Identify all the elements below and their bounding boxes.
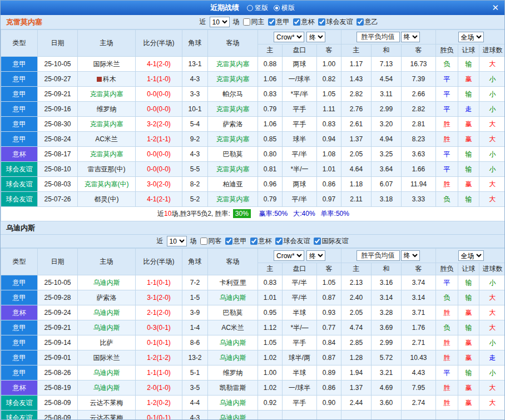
page-title: 近期战绩 bbox=[210, 3, 239, 13]
away-odds: 1.08 bbox=[317, 147, 341, 162]
corners: 4-4 bbox=[182, 396, 208, 411]
league-badge: 意甲 bbox=[1, 365, 38, 381]
handicap-result: 赢 bbox=[458, 132, 479, 147]
checkbox-input[interactable] bbox=[275, 238, 283, 245]
checkbox-label: 同客 bbox=[209, 236, 222, 246]
home-odds: 1.06 bbox=[258, 117, 283, 132]
handicap-result: 赢 bbox=[458, 177, 479, 192]
checkbox-input[interactable] bbox=[314, 238, 321, 245]
handicap-odds-controls: Crow*终 bbox=[258, 249, 341, 263]
avg-odds-label[interactable]: 胜平负均值 bbox=[357, 250, 400, 261]
team-name-text: 云达不莱梅 bbox=[90, 414, 123, 420]
filter-checkbox[interactable]: 意甲 bbox=[225, 236, 247, 246]
avg-odds-label[interactable]: 胜平负均值 bbox=[357, 32, 400, 42]
match-date: 25-08-09 bbox=[38, 396, 78, 411]
scope-select[interactable]: 全场 bbox=[458, 250, 484, 261]
filter-checkbox[interactable]: 意乙 bbox=[357, 17, 378, 27]
handicap: 半球 bbox=[283, 365, 317, 381]
draw-odds bbox=[372, 411, 402, 420]
result: 平 bbox=[436, 147, 458, 162]
score: 0-1(0-1) bbox=[136, 335, 182, 350]
filter-checkbox[interactable]: 意杯 bbox=[250, 236, 272, 246]
away-team: 乌迪内斯 bbox=[208, 396, 258, 411]
win-odds: 1.37 bbox=[341, 381, 372, 396]
goals-result: 小 bbox=[479, 102, 505, 117]
checkbox-input[interactable] bbox=[357, 18, 364, 26]
checkbox-input[interactable] bbox=[243, 18, 250, 26]
handicap: 平手 bbox=[283, 117, 317, 132]
match-row: 意甲25-09-28萨索洛3-1(2-0)1-5乌迪内斯1.01平/半0.872… bbox=[1, 290, 505, 305]
summary-count: 10 bbox=[164, 210, 171, 218]
summary-rate: 赢率:50% bbox=[259, 210, 288, 218]
score: 3-1(2-0) bbox=[136, 290, 182, 305]
filter-checkbox[interactable]: 意杯 bbox=[293, 17, 315, 27]
team-name-text: 维罗纳 bbox=[223, 369, 243, 377]
bookmaker-select[interactable]: Crow* bbox=[274, 250, 304, 261]
match-count-select[interactable]: 10 bbox=[167, 236, 187, 246]
close-icon[interactable]: ✕ bbox=[492, 1, 499, 15]
home-odds: 0.88 bbox=[258, 57, 283, 72]
checkbox-input[interactable] bbox=[268, 18, 275, 26]
win-odds: 2.40 bbox=[341, 290, 372, 305]
col-header: 日期 bbox=[38, 30, 78, 57]
draw-odds: 3.69 bbox=[372, 320, 402, 335]
corners: 1-4 bbox=[182, 320, 208, 335]
match-count-select[interactable]: 10 bbox=[210, 17, 230, 27]
goals-result bbox=[479, 411, 505, 420]
team-section: 乌迪内斯近10场同客意甲意杯球会友谊国际友谊类型日期主场比分(半场)角球客场Cr… bbox=[1, 221, 504, 420]
checkbox-input[interactable] bbox=[293, 18, 300, 26]
checkbox-input[interactable] bbox=[318, 18, 325, 26]
corners: 4-3 bbox=[182, 72, 208, 87]
checkbox-input[interactable] bbox=[225, 238, 232, 245]
score: 0-0(0-0) bbox=[136, 162, 182, 177]
league-badge: 球会友谊 bbox=[1, 396, 38, 411]
team-name-text: 克雷莫内塞 bbox=[216, 75, 250, 83]
col-subheader: 客 bbox=[317, 263, 341, 275]
match-date: 25-09-01 bbox=[38, 350, 78, 365]
handicap-result: 赢 bbox=[458, 350, 479, 365]
result: 平 bbox=[436, 275, 458, 290]
team-name-text: 乌迪内斯 bbox=[220, 294, 246, 302]
team-name-text: 比萨 bbox=[100, 339, 113, 347]
filter-checkbox[interactable]: 球会友谊 bbox=[275, 236, 310, 246]
team-name-text: 乌迪内斯 bbox=[93, 369, 120, 377]
checkbox-input[interactable] bbox=[200, 238, 207, 245]
match-date: 25-09-21 bbox=[38, 87, 78, 102]
handicap-result: 输 bbox=[458, 365, 479, 381]
checkbox-label: 球会友谊 bbox=[284, 236, 310, 246]
final-odds-select[interactable]: 终 bbox=[401, 32, 420, 42]
handicap-odds-controls: Crow*终 bbox=[258, 30, 341, 45]
lose-odds bbox=[402, 411, 436, 420]
final-odds-select[interactable]: 终 bbox=[306, 32, 325, 42]
match-row: 意甲25-09-01国际米兰1-2(1-2)13-2乌迪内斯1.02球半/两0.… bbox=[1, 350, 505, 365]
home-odds: 1.02 bbox=[258, 350, 283, 365]
filter-checkbox[interactable]: 国际友谊 bbox=[314, 236, 349, 246]
result: 胜 bbox=[436, 350, 458, 365]
handicap: *平/半 bbox=[283, 87, 317, 102]
filter-checkbox[interactable]: 球会友谊 bbox=[318, 17, 353, 27]
result: 平 bbox=[436, 72, 458, 87]
filter-checkbox[interactable]: 意甲 bbox=[268, 17, 290, 27]
goals-result: 小 bbox=[479, 87, 505, 102]
scope-controls: 全场 bbox=[436, 30, 505, 45]
filter-checkbox[interactable]: 同客 bbox=[200, 236, 222, 246]
lose-odds: 4.43 bbox=[402, 365, 436, 381]
draw-odds: 3.14 bbox=[372, 290, 402, 305]
scope-select[interactable]: 全场 bbox=[458, 32, 484, 42]
team-name-text: 克雷莫内塞 bbox=[216, 135, 250, 143]
corners: 4-3 bbox=[182, 147, 208, 162]
layout-option[interactable]: 竖版 bbox=[247, 3, 268, 13]
col-subheader: 主 bbox=[258, 45, 283, 57]
match-row: 球会友谊25-07-26都灵(中)4-1(2-1)5-2克雷莫内塞0.79平/半… bbox=[1, 192, 505, 207]
team-name-text: 帕尔马 bbox=[223, 90, 243, 98]
win-rate-badge: 30% bbox=[233, 209, 251, 218]
checkbox-input[interactable] bbox=[250, 238, 258, 245]
filter-checkbox[interactable]: 同主 bbox=[243, 17, 265, 27]
final-odds-select[interactable]: 终 bbox=[306, 250, 325, 261]
layout-option[interactable]: 横版 bbox=[274, 3, 295, 13]
league-badge: 意甲 bbox=[1, 102, 38, 117]
goals-result: 小 bbox=[479, 147, 505, 162]
bookmaker-select[interactable]: Crow* bbox=[274, 32, 304, 42]
final-odds-select[interactable]: 终 bbox=[401, 250, 420, 261]
home-odds: 0.79 bbox=[258, 192, 283, 207]
